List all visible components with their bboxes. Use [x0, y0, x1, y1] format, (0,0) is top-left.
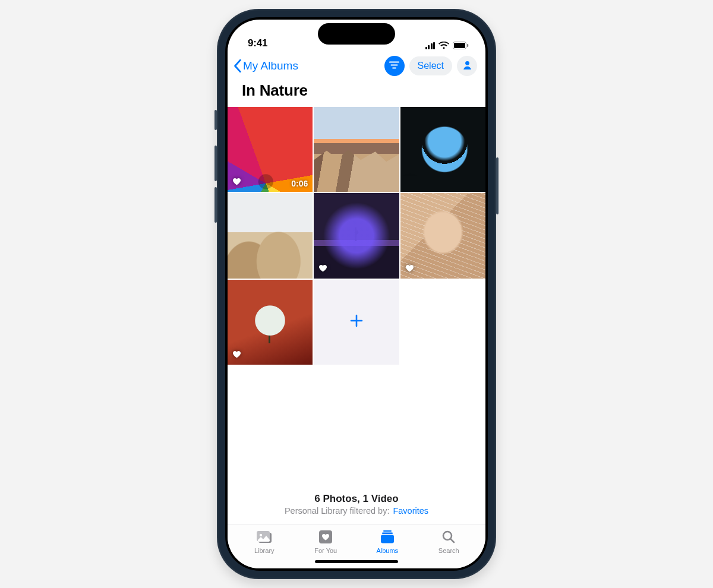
add-photo-button[interactable]	[314, 280, 399, 365]
svg-point-3	[465, 61, 469, 65]
svg-rect-8	[383, 530, 392, 532]
svg-rect-1	[454, 43, 465, 48]
phone-frame: 9:41	[217, 9, 496, 579]
back-label: My Albums	[243, 59, 298, 72]
heart-icon	[232, 178, 241, 188]
photo-tile[interactable]: 0:06	[228, 107, 313, 192]
summary-count: 6 Photos, 1 Video	[228, 493, 485, 505]
summary-filter-prefix: Personal Library filtered by:	[285, 506, 390, 516]
heart-icon	[405, 178, 414, 188]
page-title: In Nature	[228, 78, 485, 107]
tab-library[interactable]: Library	[244, 529, 285, 554]
plus-icon	[349, 312, 364, 332]
heart-icon	[318, 178, 327, 188]
albums-icon	[380, 529, 395, 545]
back-button[interactable]: My Albums	[231, 57, 301, 75]
panorama-icon	[384, 179, 395, 188]
tab-label: Albums	[376, 547, 398, 554]
person-icon	[462, 60, 472, 72]
photo-tile[interactable]	[400, 107, 485, 192]
tab-label: Search	[438, 547, 459, 554]
for-you-icon	[318, 529, 333, 545]
status-time: 9:41	[248, 37, 267, 49]
battery-icon	[453, 42, 469, 49]
tab-label: For You	[314, 547, 337, 554]
photo-grid: 0:06	[228, 107, 485, 365]
heart-icon	[318, 264, 327, 275]
heart-icon	[405, 264, 414, 275]
heart-icon	[232, 350, 241, 361]
filter-button[interactable]	[384, 56, 405, 76]
summary-filter-link[interactable]: Favorites	[393, 506, 428, 516]
side-button-volume-down	[214, 187, 217, 223]
filter-lines-icon	[389, 61, 399, 71]
side-button-volume-up	[214, 146, 217, 181]
tab-for-you[interactable]: For You	[305, 529, 346, 554]
dynamic-island	[318, 23, 395, 45]
album-summary: 6 Photos, 1 Video Personal Library filte…	[228, 493, 485, 524]
select-button[interactable]: Select	[409, 56, 452, 75]
profile-button[interactable]	[457, 56, 477, 76]
photo-tile[interactable]	[314, 107, 399, 192]
photo-tile[interactable]	[400, 193, 485, 278]
svg-point-6	[260, 534, 262, 536]
photo-tile[interactable]	[314, 193, 399, 278]
svg-rect-9	[382, 533, 393, 535]
cellular-icon	[425, 42, 436, 49]
library-icon	[255, 529, 273, 545]
wifi-icon	[438, 42, 449, 49]
tab-albums[interactable]: Albums	[367, 529, 408, 554]
chevron-left-icon	[234, 59, 242, 72]
home-indicator[interactable]	[315, 560, 398, 563]
search-icon	[441, 529, 456, 545]
heart-icon	[232, 264, 241, 275]
side-button-silence	[214, 110, 217, 130]
side-button-power	[496, 157, 499, 214]
photo-tile[interactable]	[228, 280, 313, 365]
tab-search[interactable]: Search	[428, 529, 469, 554]
video-duration: 0:06	[291, 179, 308, 188]
svg-rect-10	[381, 535, 394, 543]
tab-label: Library	[254, 547, 275, 554]
nav-bar: My Albums Select	[228, 52, 485, 78]
photo-tile[interactable]	[228, 193, 313, 278]
svg-rect-2	[467, 44, 468, 47]
